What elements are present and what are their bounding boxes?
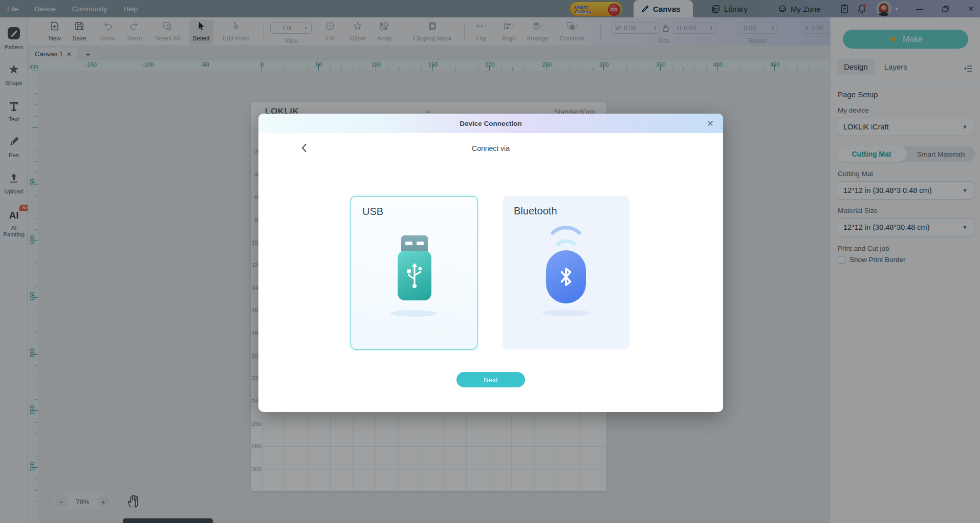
- next-button[interactable]: Next: [456, 372, 525, 387]
- bluetooth-label: Bluetooth: [514, 205, 557, 217]
- bluetooth-waves-icon: [540, 224, 592, 249]
- modal-header: Device Connection ✕: [258, 114, 723, 133]
- bluetooth-icon: [546, 250, 586, 303]
- device-connection-modal: Device Connection ✕ Connect via USB: [258, 114, 723, 412]
- bluetooth-icon-shadow: [542, 310, 590, 316]
- usb-option-card[interactable]: USB: [351, 196, 477, 350]
- next-label: Next: [484, 376, 498, 384]
- modal-title: Device Connection: [460, 120, 522, 127]
- usb-icon-shadow: [390, 310, 438, 317]
- usb-drive-icon: [401, 235, 428, 252]
- usb-symbol-icon: [398, 251, 431, 300]
- usb-label: USB: [362, 206, 383, 217]
- bluetooth-option-card[interactable]: Bluetooth: [503, 196, 629, 350]
- modal-close-button[interactable]: ✕: [705, 118, 716, 129]
- connect-via-heading: Connect via: [258, 144, 723, 152]
